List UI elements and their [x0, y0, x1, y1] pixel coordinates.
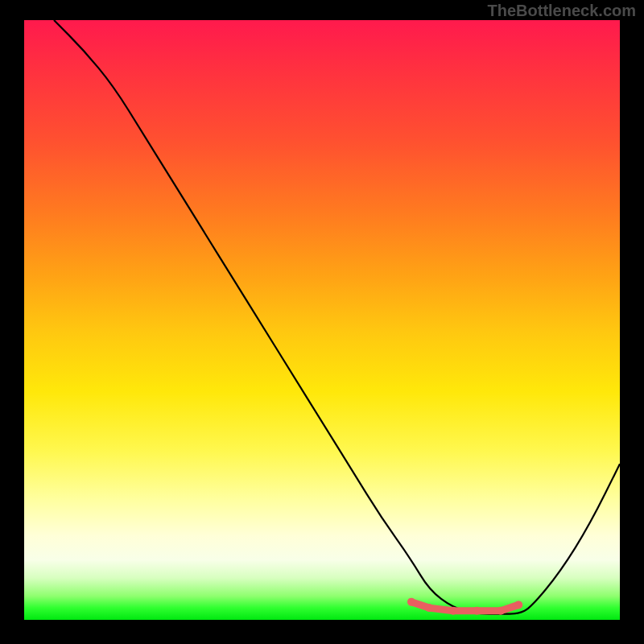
- highlight-dot: [449, 607, 457, 615]
- watermark-text: TheBottleneck.com: [488, 2, 636, 20]
- highlight-dot: [473, 607, 481, 615]
- chart-svg: [24, 20, 620, 620]
- main-curve-path: [54, 20, 620, 614]
- highlight-dot: [497, 607, 505, 615]
- highlight-dot: [407, 598, 415, 606]
- chart-plot-area: [24, 20, 620, 620]
- highlight-dot: [514, 601, 522, 609]
- highlight-dot: [425, 604, 433, 612]
